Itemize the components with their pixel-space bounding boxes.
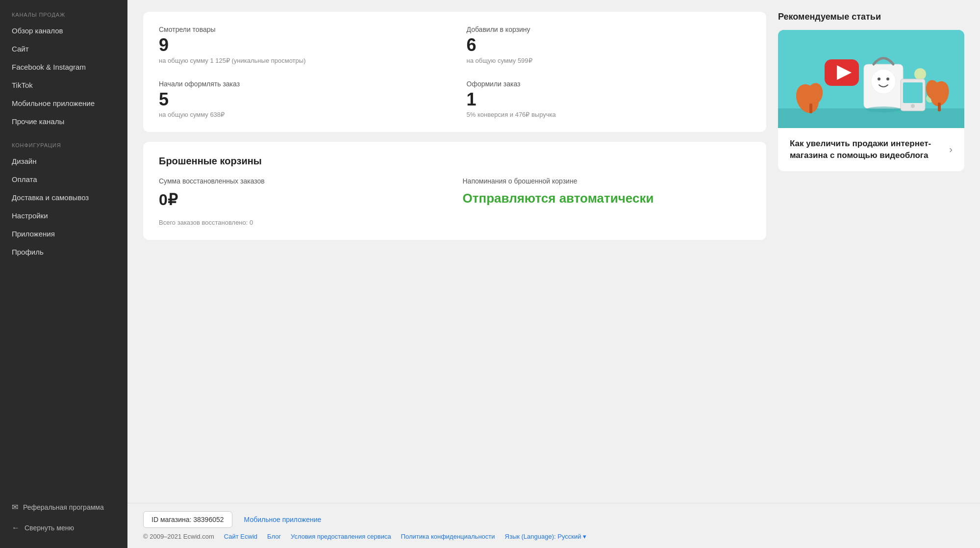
footer-copyright: © 2009–2021 Ecwid.com xyxy=(143,533,214,540)
svg-rect-15 xyxy=(938,103,941,111)
stat-block: Оформили заказ15% конверсия и 476₽ выруч… xyxy=(467,80,751,119)
stats-card: Смотрели товары9на общую сумму 1 125₽ (у… xyxy=(143,12,766,132)
cart-right-block: Напоминания о брошенной корзине Отправля… xyxy=(463,177,751,209)
footer-link-сайт-ecwid[interactable]: Сайт Ecwid xyxy=(224,533,257,540)
footer-link-блог[interactable]: Блог xyxy=(267,533,281,540)
sidebar: Каналы продажОбзор каналовСайтFacebook &… xyxy=(0,0,127,548)
article-body[interactable]: Как увеличить продажи интернет-магазина … xyxy=(778,128,964,171)
mobile-app-link[interactable]: Мобильное приложение xyxy=(244,516,322,523)
svg-point-16 xyxy=(866,106,901,112)
referral-link[interactable]: ✉ Реферальная программа xyxy=(0,496,127,518)
sidebar-item-приложения[interactable]: Приложения xyxy=(0,225,127,243)
sidebar-item-прочие-каналы[interactable]: Прочие каналы xyxy=(0,112,127,130)
mail-icon: ✉ xyxy=(12,502,18,512)
stat-label: Оформили заказ xyxy=(467,80,751,88)
stat-sub: 5% конверсия и 476₽ выручка xyxy=(467,111,751,118)
article-text: Как увеличить продажи интернет-магазина … xyxy=(790,138,943,161)
stat-sub: на общую сумму 1 125₽ (уникальные просмо… xyxy=(159,57,443,64)
svg-point-10 xyxy=(886,78,889,80)
sidebar-item-дизайн[interactable]: Дизайн xyxy=(0,152,127,170)
arrow-left-icon: ← xyxy=(12,523,20,532)
footer-top: ID магазина: 38396052 Мобильное приложен… xyxy=(143,511,964,528)
left-column: Смотрели товары9на общую сумму 1 125₽ (у… xyxy=(143,12,766,491)
sidebar-item-facebook-&-instagram[interactable]: Facebook & Instagram xyxy=(0,58,127,76)
svg-rect-18 xyxy=(903,82,923,103)
collapse-label: Свернуть меню xyxy=(25,524,74,532)
stat-block: Начали оформлять заказ5на общую сумму 63… xyxy=(159,80,443,119)
right-column: Рекомендуемые статьи xyxy=(778,12,964,491)
stat-value: 6 xyxy=(467,35,751,55)
footer: ID магазина: 38396052 Мобильное приложен… xyxy=(127,503,980,548)
svg-point-11 xyxy=(914,68,926,80)
stat-value: 5 xyxy=(159,90,443,109)
stat-block: Смотрели товары9на общую сумму 1 125₽ (у… xyxy=(159,26,443,64)
svg-point-9 xyxy=(878,78,880,80)
sidebar-item-оплата[interactable]: Оплата xyxy=(0,170,127,188)
stat-value: 9 xyxy=(159,35,443,55)
stat-sub: на общую сумму 638₽ xyxy=(159,111,443,118)
stat-value: 1 xyxy=(467,90,751,109)
sidebar-item-настройки[interactable]: Настройки xyxy=(0,207,127,225)
sidebar-item-доставка-и-самовывоз[interactable]: Доставка и самовывоз xyxy=(0,188,127,207)
cart-total: Всего заказов восстановлено: 0 xyxy=(159,219,751,226)
article-arrow-icon: › xyxy=(949,144,953,155)
cart-left-block: Сумма восстановленных заказов 0₽ xyxy=(159,177,447,209)
sidebar-section-label: Каналы продаж xyxy=(0,0,127,22)
footer-link-условия-пр[interactable]: Условия предоставления сервиса xyxy=(291,533,391,540)
article-image xyxy=(778,30,964,128)
cart-grid: Сумма восстановленных заказов 0₽ Напомин… xyxy=(159,177,751,209)
abandoned-cart-card: Брошенные корзины Сумма восстановленных … xyxy=(143,142,766,240)
footer-bottom: © 2009–2021 Ecwid.comСайт EcwidБлогУслов… xyxy=(143,533,964,540)
footer-link-язык-(lang[interactable]: Язык (Language): Русский ▾ xyxy=(505,533,587,540)
cart-right-value: Отправляются автоматически xyxy=(463,190,751,207)
sidebar-item-обзор-каналов[interactable]: Обзор каналов xyxy=(0,22,127,40)
sidebar-item-профиль[interactable]: Профиль xyxy=(0,243,127,261)
stats-grid: Смотрели товары9на общую сумму 1 125₽ (у… xyxy=(159,26,751,118)
articles-title: Рекомендуемые статьи xyxy=(778,12,964,22)
sidebar-item-tiktok[interactable]: TikTok xyxy=(0,76,127,94)
sidebar-item-сайт[interactable]: Сайт xyxy=(0,40,127,58)
svg-rect-4 xyxy=(809,104,812,113)
svg-point-8 xyxy=(871,69,896,94)
stat-label: Смотрели товары xyxy=(159,26,443,33)
cart-right-label: Напоминания о брошенной корзине xyxy=(463,177,751,186)
referral-label: Реферальная программа xyxy=(23,503,104,511)
store-id-box: ID магазина: 38396052 xyxy=(143,511,232,528)
stat-label: Начали оформлять заказ xyxy=(159,80,443,88)
cart-left-label: Сумма восстановленных заказов xyxy=(159,177,447,186)
main-content: Смотрели товары9на общую сумму 1 125₽ (у… xyxy=(127,0,980,548)
collapse-menu-button[interactable]: ← Свернуть меню xyxy=(0,518,127,538)
content-area: Смотрели товары9на общую сумму 1 125₽ (у… xyxy=(127,0,980,503)
footer-link-политика-к[interactable]: Политика конфиденциальности xyxy=(401,533,495,540)
stat-label: Добавили в корзину xyxy=(467,26,751,33)
sidebar-item-мобильное-приложение[interactable]: Мобильное приложение xyxy=(0,94,127,112)
stat-sub: на общую сумму 599₽ xyxy=(467,57,751,64)
sidebar-section-label: Конфигурация xyxy=(0,130,127,152)
article-card[interactable]: Как увеличить продажи интернет-магазина … xyxy=(778,30,964,171)
cart-left-value: 0₽ xyxy=(159,190,447,209)
stat-block: Добавили в корзину6на общую сумму 599₽ xyxy=(467,26,751,64)
svg-point-19 xyxy=(911,104,915,108)
abandoned-cart-title: Брошенные корзины xyxy=(159,156,751,167)
